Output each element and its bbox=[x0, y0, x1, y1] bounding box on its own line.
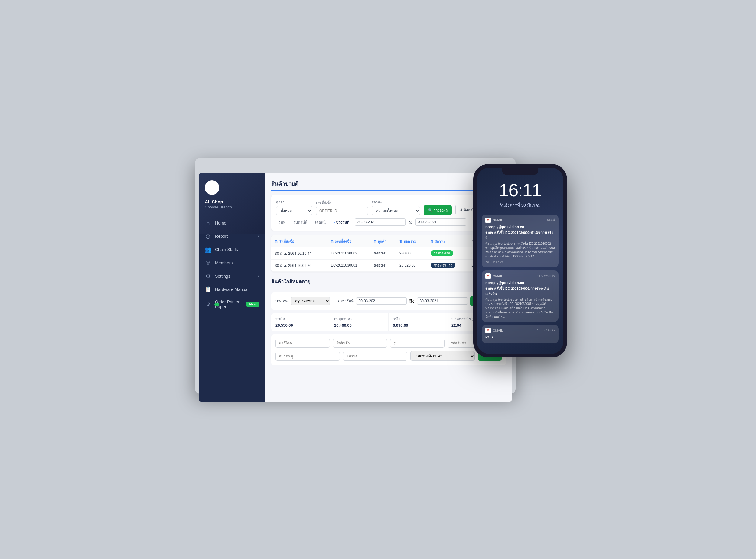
cell-status: รอชำระเงิน bbox=[427, 247, 468, 259]
customer-filter-select[interactable]: ทั้งหมด bbox=[276, 206, 312, 215]
order-id-label: เลขที่ส่งซื้อ bbox=[316, 200, 368, 205]
customer-filter-group: ลูกค้า ทั้งหมด bbox=[276, 199, 312, 215]
barcode-input[interactable] bbox=[276, 339, 330, 348]
notif-time-2: 11 นาทีที่แล้ว bbox=[537, 274, 555, 278]
date-range-separator: ถึง bbox=[409, 219, 412, 225]
notif-app-3: GMAIL bbox=[493, 329, 535, 332]
section2-title: สินค้าใกล้หมดอายุ bbox=[271, 278, 506, 288]
sidebar-logo-icon: ☺ bbox=[205, 180, 219, 195]
status-filter-select[interactable]: สถานะทั้งหมด bbox=[372, 206, 420, 215]
sidebar-item-hardware-manual[interactable]: 📋 Hardware Manual bbox=[199, 283, 265, 296]
notif-body-1: เรียน คุณ test test, รายการสั่งซื้อ EC-2… bbox=[485, 242, 555, 259]
order-printer-paper-icon: ⊙ 1 bbox=[205, 301, 211, 307]
summary-cogs: ต้นทุนสินค้า 20,460.00 bbox=[330, 313, 389, 331]
search-button[interactable]: 🔍 กกรองผล bbox=[424, 205, 452, 215]
section2-date-to[interactable] bbox=[417, 297, 468, 305]
category-input[interactable] bbox=[276, 352, 340, 361]
date-to-input[interactable] bbox=[415, 219, 466, 226]
summary-profit: กำไร 6,090.00 bbox=[389, 313, 447, 331]
product-name-input[interactable] bbox=[333, 339, 387, 348]
col-total[interactable]: ⇅ ยอดรวม bbox=[396, 236, 427, 247]
phone-lock-screen: 16:11 วันอังคารที่ 30 มีนาคม M GMAIL ตอน… bbox=[477, 168, 563, 354]
notif-subject-2: รายการสั่งซื้อ EC-2021030001 การชำระเงิน… bbox=[485, 286, 555, 297]
col-customer[interactable]: ⇅ ลูกค้า bbox=[370, 236, 396, 247]
status-filter-group: สถานะ สถานะทั้งหมด bbox=[372, 199, 420, 215]
summary-cogs-label: ต้นทุนสินค้า bbox=[334, 316, 384, 322]
cell-customer: test test bbox=[370, 259, 396, 271]
sidebar-item-label-chain-staffs: Chain Staffs bbox=[215, 247, 259, 252]
category-select[interactable]: สรุปยอดขาย bbox=[290, 297, 330, 305]
category-filter-row: ประเภท สรุปยอดขาย • ช่วงวันที่ ถึง 🔍 กกร… bbox=[271, 292, 506, 310]
summary-row: รายได้ 26,550.00 ต้นทุนสินค้า 20,460.00 … bbox=[271, 313, 506, 331]
product-status-select[interactable]: :: สถานะทั้งหมด:: bbox=[410, 351, 475, 361]
order-id-input[interactable] bbox=[316, 207, 368, 215]
sidebar-item-settings[interactable]: ⚙ Settings ▾ bbox=[199, 270, 265, 283]
notif-sender-2: noreply@posvision.co bbox=[485, 281, 555, 285]
notif-sender-3: POS bbox=[485, 335, 555, 339]
sidebar-nav: ⌂ Home ◷ Report ▾ 👥 Chain Staffs bbox=[199, 214, 265, 402]
summary-revenue-label: รายได้ bbox=[276, 316, 325, 322]
new-badge: New bbox=[246, 301, 259, 307]
date-option-range[interactable]: ช่วงวันที่ bbox=[331, 218, 352, 226]
cell-total: 25,620.00 bbox=[396, 259, 427, 271]
notif-app-2: GMAIL bbox=[493, 274, 535, 278]
summary-revenue: รายได้ 26,550.00 bbox=[271, 313, 330, 331]
col-date[interactable]: ⇅ วันที่ส่งซื้อ bbox=[271, 236, 327, 247]
phone-screen: 16:11 วันอังคารที่ 30 มีนาคม M GMAIL ตอน… bbox=[477, 168, 563, 354]
order-id-filter-group: เลขที่ส่งซื้อ bbox=[316, 200, 368, 215]
notification-card-2[interactable]: M GMAIL 11 นาทีที่แล้ว noreply@posvision… bbox=[482, 270, 559, 322]
section1-title: สินค้าขายดี bbox=[271, 179, 506, 191]
summary-profit-label: กำไร bbox=[393, 316, 443, 322]
notif-app-1: GMAIL bbox=[493, 219, 545, 222]
sidebar-item-report[interactable]: ◷ Report ▾ bbox=[199, 230, 265, 243]
model-input[interactable] bbox=[390, 339, 445, 348]
sidebar-item-chain-staffs[interactable]: 👥 Chain Staffs bbox=[199, 243, 265, 256]
col-status[interactable]: ⇅ สถานะ bbox=[427, 236, 468, 247]
sidebar-item-order-printer-paper[interactable]: ⊙ 1 Order Printer Paper New bbox=[199, 296, 265, 312]
chevron-down-icon-settings: ▾ bbox=[258, 274, 259, 278]
gmail-icon-2: M bbox=[485, 273, 491, 279]
notif-header-2: M GMAIL 11 นาทีที่แล้ว bbox=[485, 273, 555, 279]
cell-order-id: EC-2021030002 bbox=[327, 247, 370, 259]
cell-customer: test test bbox=[370, 247, 396, 259]
phone-time: 16:11 bbox=[482, 180, 559, 201]
cell-order-id: EC-2021030001 bbox=[327, 259, 370, 271]
date-from-input[interactable] bbox=[355, 219, 406, 226]
sidebar-item-label-hardware-manual: Hardware Manual bbox=[215, 287, 259, 292]
date-option-date[interactable]: วันที่ bbox=[276, 218, 288, 226]
date-option-month[interactable]: เดือนนี้ bbox=[313, 218, 328, 226]
notif-header-3: M GMAIL 13 นาทีที่แล้ว bbox=[485, 328, 555, 333]
laptop: ‹ › ☺ All Shop Choose Branch ⌂ bbox=[189, 140, 522, 412]
sidebar-header: ☺ All Shop Choose Branch bbox=[199, 173, 265, 214]
notif-time-1: ตอนนี้ bbox=[547, 218, 555, 222]
home-icon: ⌂ bbox=[205, 220, 211, 226]
summary-cogs-value: 20,460.00 bbox=[334, 323, 384, 328]
notif-sender-1: noreply@posvision.co bbox=[485, 225, 555, 229]
phone-date: วันอังคารที่ 30 มีนาคม bbox=[482, 202, 559, 208]
cell-date: 30-มี.ค.-2564 16:10:44 bbox=[271, 247, 327, 259]
notif-time-3: 13 นาทีที่แล้ว bbox=[537, 328, 555, 333]
date-option-week[interactable]: สัปดาห์นี้ bbox=[291, 218, 310, 226]
table-row[interactable]: 30-มี.ค.-2564 16:06:26 EC-2021030001 tes… bbox=[271, 259, 506, 271]
summary-profit-value: 6,090.00 bbox=[393, 323, 443, 328]
notification-card-3[interactable]: M GMAIL 13 นาทีที่แล้ว POS bbox=[482, 325, 559, 343]
laptop-body: ☺ All Shop Choose Branch ⌂ Home ◷ Report… bbox=[195, 158, 516, 394]
notif-header-1: M GMAIL ตอนนี้ bbox=[485, 218, 555, 223]
col-order-id[interactable]: ⇅ เลขที่ส่งซื้อ bbox=[327, 236, 370, 247]
phone: 16:11 วันอังคารที่ 30 มีนาคม M GMAIL ตอน… bbox=[473, 164, 567, 357]
sidebar-item-home[interactable]: ⌂ Home bbox=[199, 217, 265, 230]
table-row[interactable]: 30-มี.ค.-2564 16:10:44 EC-2021030002 tes… bbox=[271, 247, 506, 259]
gmail-icon-3: M bbox=[485, 328, 491, 333]
section2-date-from[interactable] bbox=[356, 297, 407, 305]
sidebar-item-members[interactable]: ♛ Members bbox=[199, 256, 265, 270]
laptop-screen: ☺ All Shop Choose Branch ⌂ Home ◷ Report… bbox=[199, 173, 512, 402]
cell-date: 30-มี.ค.-2564 16:06:26 bbox=[271, 259, 327, 271]
cell-total: 930.00 bbox=[396, 247, 427, 259]
notification-card-1[interactable]: M GMAIL ตอนนี้ noreply@posvision.co รายก… bbox=[482, 215, 559, 267]
hardware-manual-icon: 📋 bbox=[205, 286, 211, 293]
sidebar-branch: Choose Branch bbox=[205, 205, 259, 209]
notification-badge: 1 bbox=[214, 303, 219, 306]
customer-filter-label: ลูกค้า bbox=[276, 199, 312, 205]
brand-input[interactable] bbox=[343, 352, 407, 361]
notif-subject-1: รายการสั่งซื้อ EC-2021030002 ดำเนินการเส… bbox=[485, 230, 555, 241]
